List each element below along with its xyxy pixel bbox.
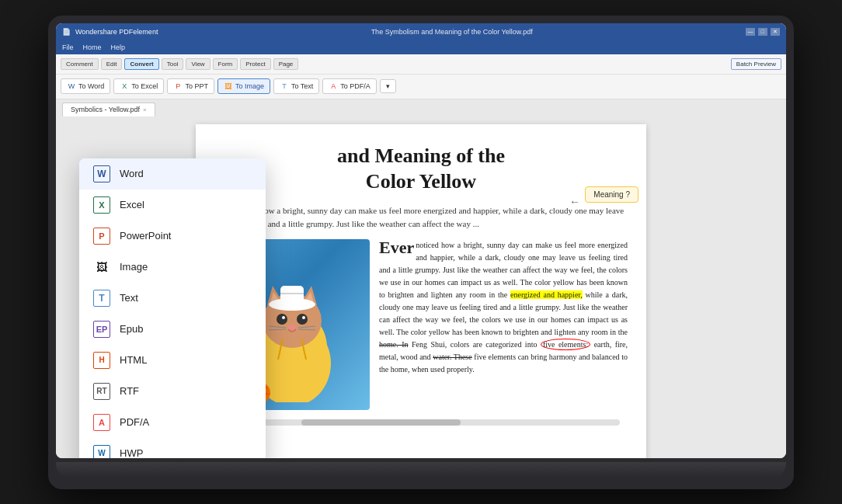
document-tab[interactable]: Symbolics - Yellow.pdf × bbox=[62, 103, 155, 116]
minimize-button[interactable]: — bbox=[746, 28, 755, 36]
dropdown-hwp-label: HWP bbox=[120, 447, 143, 458]
title-line1: and Meaning of the bbox=[337, 144, 505, 167]
image-icon: 🖼 bbox=[224, 82, 233, 91]
maximize-button[interactable]: □ bbox=[758, 28, 767, 36]
convert-toolbar: W To Word X To Excel P To PPT 🖼 To Image… bbox=[56, 75, 786, 99]
strikethrough-text: home. In bbox=[379, 340, 409, 349]
excel-icon: X bbox=[120, 82, 129, 91]
menu-home[interactable]: Home bbox=[83, 43, 102, 51]
dropdown-word-icon: W bbox=[93, 165, 110, 182]
dropdown-pdfa-label: PDF/A bbox=[120, 416, 149, 428]
laptop-screen: 📄 Wondershare PDFelement The Symbolism a… bbox=[56, 23, 786, 458]
dropdown-excel-item[interactable]: X Excel bbox=[79, 189, 266, 221]
top-toolbar: Comment Edit Convert Tool View Form Prot… bbox=[56, 54, 786, 75]
menu-file[interactable]: File bbox=[62, 43, 74, 51]
view-tab[interactable]: View bbox=[186, 58, 210, 70]
meaning-arrow-icon: ← bbox=[569, 196, 580, 208]
title-bar: 📄 Wondershare PDFelement The Symbolism a… bbox=[56, 23, 786, 40]
svg-rect-17 bbox=[280, 286, 304, 306]
to-word-label: To Word bbox=[78, 82, 104, 90]
dropdown-text-item[interactable]: T Text bbox=[79, 283, 266, 314]
to-text-label: To Text bbox=[291, 82, 313, 90]
dropdown-excel-icon: X bbox=[93, 196, 110, 214]
protect-tab[interactable]: Protect bbox=[240, 58, 270, 70]
dropdown-rtf-item[interactable]: RT RTF bbox=[79, 376, 266, 407]
pdfa-icon: A bbox=[329, 82, 338, 91]
convert-tab[interactable]: Convert bbox=[124, 58, 158, 70]
document-intro: Ever noticed how a bright, sunny day can… bbox=[214, 204, 628, 230]
dropdown-html-item[interactable]: H HTML bbox=[79, 345, 266, 376]
dropdown-hwp-item[interactable]: W HWP bbox=[79, 438, 266, 458]
scrollbar-thumb bbox=[301, 419, 461, 426]
to-excel-button[interactable]: X To Excel bbox=[113, 78, 164, 94]
dropdown-html-label: HTML bbox=[120, 354, 147, 366]
form-tab[interactable]: Form bbox=[213, 58, 238, 70]
horizontal-scrollbar[interactable] bbox=[222, 419, 620, 426]
text-icon: T bbox=[280, 82, 289, 91]
svg-point-8 bbox=[297, 314, 308, 325]
menu-bar: File Home Help bbox=[56, 40, 786, 54]
dropdown-pdfa-icon: A bbox=[93, 414, 110, 431]
dropdown-html-icon: H bbox=[93, 352, 110, 369]
dropdown-rtf-icon: RT bbox=[93, 383, 110, 400]
comment-tab[interactable]: Comment bbox=[61, 58, 99, 70]
dropdown-hwp-icon: W bbox=[93, 445, 110, 458]
svg-point-7 bbox=[277, 314, 287, 325]
to-ppt-button[interactable]: P To PPT bbox=[167, 78, 214, 94]
document-text-column: Ever noticed how a bright, sunny day can… bbox=[379, 239, 628, 410]
dropdown-word-item[interactable]: W Word bbox=[79, 158, 266, 189]
document-title: and Meaning of the Color Yellow bbox=[214, 143, 628, 196]
laptop-frame: 📄 Wondershare PDFelement The Symbolism a… bbox=[48, 16, 794, 489]
meaning-label: Meaning ? bbox=[593, 190, 630, 199]
app-window: 📄 Wondershare PDFelement The Symbolism a… bbox=[56, 23, 786, 458]
dropdown-text-label: Text bbox=[120, 292, 138, 304]
word-icon: W bbox=[67, 82, 76, 91]
dropdown-pdfa-item[interactable]: A PDF/A bbox=[79, 407, 266, 438]
to-text-button[interactable]: T To Text bbox=[273, 78, 319, 94]
more-convert-button[interactable]: ▾ bbox=[380, 79, 396, 93]
body-feng-shui: Feng Shui, colors are categorized into bbox=[409, 340, 541, 349]
to-image-label: To Image bbox=[235, 82, 264, 90]
close-button[interactable]: ✕ bbox=[771, 28, 780, 36]
to-pdfa-label: To PDF/A bbox=[340, 82, 371, 90]
title-line2: Color Yellow bbox=[366, 170, 476, 193]
batch-preview-button[interactable]: Batch Preview bbox=[731, 58, 781, 70]
edit-tab[interactable]: Edit bbox=[101, 58, 123, 70]
dropdown-ppt-label: PowerPoint bbox=[120, 230, 171, 242]
dropdown-ppt-item[interactable]: P PowerPoint bbox=[79, 221, 266, 252]
app-logo: 📄 bbox=[62, 28, 71, 36]
tool-tab[interactable]: Tool bbox=[162, 58, 184, 70]
app-name: Wondershare PDFelement bbox=[75, 28, 158, 36]
meaning-bubble: Meaning ? bbox=[585, 186, 638, 203]
to-word-button[interactable]: W To Word bbox=[61, 78, 110, 94]
ppt-icon: P bbox=[173, 82, 183, 91]
circled-text: five elements: bbox=[541, 339, 590, 350]
to-image-button[interactable]: 🖼 To Image bbox=[217, 78, 270, 94]
main-content: and Meaning of the Color Yellow Ever not… bbox=[56, 116, 786, 458]
title-bar-left: 📄 Wondershare PDFelement bbox=[62, 28, 158, 36]
svg-point-10 bbox=[302, 316, 305, 319]
tab-close-button[interactable]: × bbox=[143, 106, 147, 113]
page-tab[interactable]: Page bbox=[273, 58, 299, 70]
to-ppt-label: To PPT bbox=[185, 82, 208, 90]
dropdown-ppt-icon: P bbox=[93, 228, 110, 245]
to-pdfa-button[interactable]: A To PDF/A bbox=[322, 78, 377, 94]
menu-help[interactable]: Help bbox=[111, 43, 126, 51]
dropdown-text-icon: T bbox=[93, 290, 110, 307]
dropdown-epub-item[interactable]: EP Epub bbox=[79, 314, 266, 345]
document-body: Ever noticed how a bright, sunny day can… bbox=[214, 239, 628, 410]
water-strikethrough: water. These bbox=[433, 353, 471, 361]
laptop-base bbox=[56, 462, 786, 478]
ever-dropcap: Ever bbox=[379, 239, 414, 256]
dropdown-image-item[interactable]: 🖼 Image bbox=[79, 252, 266, 283]
convert-dropdown-menu: W Word X Excel P PowerPoint 🖼 Image bbox=[79, 158, 266, 458]
tab-label: Symbolics - Yellow.pdf bbox=[71, 106, 140, 113]
dropdown-epub-icon: EP bbox=[93, 321, 110, 338]
dropdown-word-label: Word bbox=[120, 168, 144, 179]
dropdown-rtf-label: RTF bbox=[120, 385, 139, 397]
dropdown-epub-label: Epub bbox=[120, 323, 143, 335]
dropdown-image-icon: 🖼 bbox=[93, 259, 110, 276]
dropdown-excel-label: Excel bbox=[120, 199, 144, 210]
dropdown-image-label: Image bbox=[120, 261, 148, 273]
window-title: The Symbolism and Meaning of the Color Y… bbox=[371, 28, 533, 36]
